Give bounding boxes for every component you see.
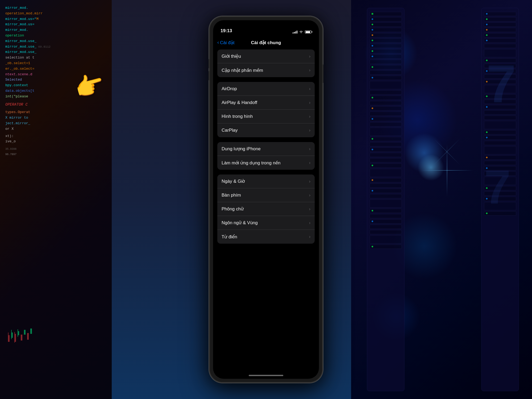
settings-row-banphim[interactable]: Bàn phím › (217, 188, 315, 202)
settings-label-carplay: CarPlay (222, 128, 238, 133)
bg-digit-7b: 7 (484, 160, 511, 215)
svg-rect-112 (484, 141, 516, 145)
settings-row-gioithieu[interactable]: Giới thiệu › (217, 49, 315, 63)
svg-rect-106 (484, 116, 516, 120)
settings-row-lammoiungdung[interactable]: Làm mới ứng dụng trong nền › (217, 156, 315, 170)
svg-rect-11 (30, 329, 32, 334)
settings-label-tudien: Từ điển (222, 234, 237, 240)
svg-point-63 (372, 190, 373, 192)
svg-rect-32 (370, 65, 402, 69)
svg-rect-73 (370, 235, 402, 243)
svg-point-50 (372, 138, 373, 140)
volume-down-button (209, 71, 210, 80)
svg-rect-87 (484, 39, 516, 43)
settings-row-hinhtronghihn[interactable]: Hình trong hình › (217, 110, 315, 123)
svg-point-28 (372, 50, 373, 52)
settings-label-ngonngu: Ngôn ngữ & Vùng (222, 220, 258, 226)
settings-row-airdrop[interactable]: AirDrop › (217, 82, 315, 96)
svg-point-26 (372, 45, 373, 47)
settings-row-carplay[interactable]: CarPlay › (217, 123, 315, 137)
svg-rect-48 (370, 128, 402, 136)
left-background: mirror_mod. operation_mod.mirr mirror_mo… (0, 0, 112, 399)
settings-row-phongchu[interactable]: Phông chữ › (217, 202, 315, 216)
svg-rect-41 (370, 101, 402, 105)
svg-rect-64 (370, 194, 402, 198)
nav-header: ‹ Cài đặt Cài đặt chung (213, 36, 319, 49)
settings-row-dungluong[interactable]: Dung lượng iPhone › (217, 142, 315, 156)
chevron-icon-hinhtronghihn: › (309, 114, 310, 119)
svg-rect-27 (370, 49, 402, 53)
battery-icon (305, 30, 311, 34)
svg-point-70 (372, 221, 373, 222)
svg-rect-1 (8, 332, 9, 342)
back-button[interactable]: ‹ Cài đặt (217, 40, 234, 45)
settings-row-ngonngu[interactable]: Ngôn ngữ & Vùng › (217, 216, 315, 230)
svg-point-40 (372, 97, 373, 98)
settings-label-gioithieu: Giới thiệu (222, 53, 241, 59)
svg-rect-38 (370, 90, 402, 94)
settings-content: Giới thiệu › Cập nhật phần mềm › AirDrop… (213, 49, 319, 379)
settings-label-phongchu: Phông chữ (222, 206, 244, 212)
svg-rect-69 (370, 219, 402, 223)
chevron-icon-ngaygio: › (309, 179, 310, 184)
svg-point-53 (372, 149, 373, 150)
svg-rect-49 (370, 137, 402, 141)
settings-row-tudien[interactable]: Từ điển › (217, 230, 315, 244)
svg-point-16 (372, 18, 373, 20)
svg-rect-15 (370, 17, 402, 21)
status-time: 19:13 (221, 28, 232, 34)
svg-rect-7 (18, 329, 18, 337)
svg-rect-58 (370, 169, 402, 177)
chevron-icon-tudien: › (309, 234, 310, 239)
svg-point-60 (372, 179, 373, 181)
svg-rect-81 (484, 23, 516, 27)
svg-rect-56 (370, 164, 402, 168)
svg-rect-77 (484, 12, 516, 16)
svg-point-84 (486, 29, 488, 31)
svg-point-14 (372, 13, 373, 15)
chevron-icon-gioithieu: › (309, 54, 310, 59)
svg-point-78 (486, 13, 488, 15)
settings-row-airplay[interactable]: AirPlay & Handoff › (217, 96, 315, 110)
svg-rect-39 (370, 96, 402, 100)
settings-row-ngaygio[interactable]: Ngày & Giờ › (217, 174, 315, 188)
chevron-icon-ngonngu: › (309, 221, 310, 225)
svg-rect-72 (370, 230, 402, 234)
iphone-screen: 19:13 (213, 20, 319, 379)
svg-rect-113 (484, 146, 516, 154)
svg-rect-3 (11, 330, 12, 339)
svg-rect-19 (370, 28, 402, 32)
svg-point-20 (372, 29, 373, 31)
svg-rect-17 (370, 23, 402, 27)
svg-point-33 (372, 66, 373, 68)
svg-rect-25 (370, 44, 402, 48)
svg-rect-79 (484, 17, 516, 21)
settings-group-3: Dung lượng iPhone › Làm mới ứng dụng tro… (217, 142, 315, 170)
svg-rect-21 (370, 33, 402, 37)
svg-rect-23 (370, 39, 402, 43)
settings-group-2: AirDrop › AirPlay & Handoff › Hình trong… (217, 82, 315, 137)
bg-digit-7: 7 (487, 53, 516, 114)
status-icons (293, 30, 311, 34)
svg-rect-29 (370, 55, 402, 59)
page-title: Cài đặt chung (251, 40, 281, 45)
settings-row-capnhat[interactable]: Cập nhật phần mềm › (217, 63, 315, 77)
settings-group-4: Ngày & Giờ › Bàn phím › Phông chữ › Ngôn… (217, 174, 315, 244)
settings-label-dungluong: Dung lượng iPhone (222, 146, 261, 152)
chevron-icon-dungluong: › (309, 147, 310, 151)
svg-point-30 (372, 56, 373, 57)
svg-rect-68 (370, 214, 402, 218)
svg-rect-31 (370, 60, 402, 64)
svg-rect-66 (370, 209, 402, 213)
svg-point-80 (486, 18, 488, 20)
svg-point-75 (372, 246, 373, 247)
right-background: 7 7 (351, 0, 532, 399)
wifi-icon (299, 30, 303, 34)
signal-icon (293, 30, 297, 34)
back-chevron-icon: ‹ (217, 40, 219, 45)
settings-label-airplay: AirPlay & Handoff (222, 100, 257, 105)
svg-rect-107 (484, 121, 516, 129)
settings-label-capnhat: Cập nhật phần mềm (222, 68, 263, 73)
svg-point-67 (372, 210, 373, 211)
svg-rect-51 (370, 142, 402, 146)
